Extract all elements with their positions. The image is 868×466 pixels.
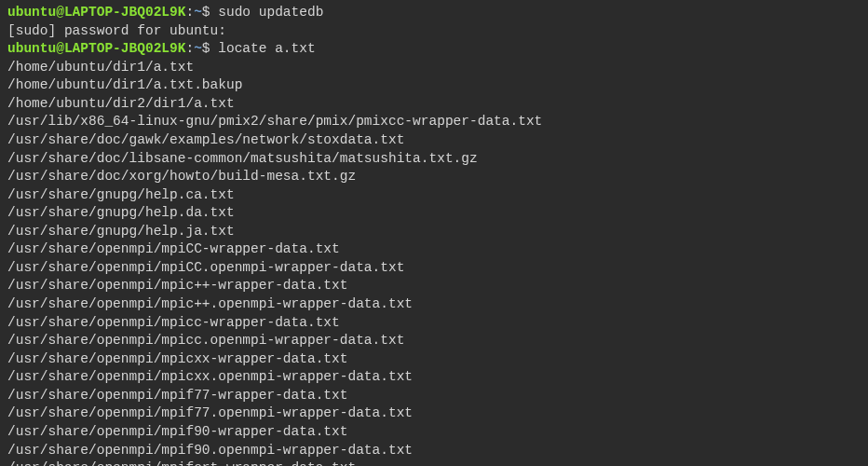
output-text: /usr/share/openmpi/mpif77-wrapper-data.t… — [7, 388, 347, 403]
terminal-line: /usr/share/gnupg/help.da.txt — [7, 204, 861, 223]
output-text: /home/ubuntu/dir2/dir1/a.txt — [7, 96, 235, 111]
terminal-line: /usr/share/openmpi/mpiCC-wrapper-data.tx… — [7, 240, 861, 259]
output-text: /usr/share/openmpi/mpicc-wrapper-data.tx… — [7, 315, 340, 330]
terminal-line: [sudo] password for ubuntu: — [7, 22, 861, 41]
terminal-line: /usr/share/openmpi/mpif90.openmpi-wrappe… — [7, 442, 861, 460]
prompt-path: ~ — [194, 5, 202, 20]
output-text: /usr/share/openmpi/mpiCC-wrapper-data.tx… — [7, 241, 340, 256]
terminal-line: /usr/share/openmpi/mpiCC.openmpi-wrapper… — [7, 259, 861, 278]
prompt-colon: : — [185, 5, 194, 20]
output-text: /usr/share/gnupg/help.da.txt — [7, 205, 235, 220]
terminal-output[interactable]: ubuntu@LAPTOP-JBQ02L9K:~$ sudo updatedb[… — [7, 4, 861, 466]
output-text: /usr/share/openmpi/mpicc.openmpi-wrapper… — [7, 333, 404, 348]
terminal-line: /usr/share/openmpi/mpic++-wrapper-data.t… — [7, 277, 861, 295]
prompt-symbol: $ — [202, 5, 218, 20]
terminal-line: /home/ubuntu/dir2/dir1/a.txt — [7, 95, 861, 114]
terminal-line: /usr/lib/x86_64-linux-gnu/pmix2/share/pm… — [7, 113, 861, 131]
terminal-line: /usr/share/openmpi/mpif77.openmpi-wrappe… — [7, 404, 861, 423]
output-text: /usr/share/gnupg/help.ca.txt — [7, 187, 235, 202]
output-text: /home/ubuntu/dir1/a.txt — [7, 60, 194, 75]
command-text: sudo updatedb — [218, 5, 323, 20]
output-text: /usr/share/openmpi/mpicxx.openmpi-wrappe… — [7, 369, 413, 384]
output-text: /usr/share/openmpi/mpif90.openmpi-wrappe… — [7, 443, 413, 458]
terminal-line: /usr/share/doc/xorg/howto/build-mesa.txt… — [7, 168, 861, 186]
terminal-line: /usr/share/openmpi/mpicxx.openmpi-wrappe… — [7, 368, 861, 387]
output-text: /home/ubuntu/dir1/a.txt.bakup — [7, 77, 242, 92]
prompt-path: ~ — [194, 41, 202, 56]
output-text: [sudo] password for ubuntu: — [7, 23, 226, 38]
terminal-line: ubuntu@LAPTOP-JBQ02L9K:~$ locate a.txt — [7, 40, 861, 59]
output-text: /usr/share/openmpi/mpif77.openmpi-wrappe… — [7, 405, 413, 420]
output-text: /usr/share/doc/libsane-common/matsushita… — [7, 151, 478, 166]
terminal-line: /home/ubuntu/dir1/a.txt.bakup — [7, 76, 861, 95]
prompt-colon: : — [185, 41, 194, 56]
output-text: /usr/share/openmpi/mpic++-wrapper-data.t… — [7, 278, 347, 293]
output-text: /usr/share/doc/gawk/examples/network/sto… — [7, 132, 404, 147]
terminal-line: /usr/share/openmpi/mpic++.openmpi-wrappe… — [7, 295, 861, 314]
terminal-line: ubuntu@LAPTOP-JBQ02L9K:~$ sudo updatedb — [7, 4, 861, 22]
prompt-symbol: $ — [202, 41, 218, 56]
terminal-line: /usr/share/doc/gawk/examples/network/sto… — [7, 131, 861, 150]
terminal-line: /usr/share/gnupg/help.ja.txt — [7, 223, 861, 241]
terminal-line: /home/ubuntu/dir1/a.txt — [7, 59, 861, 77]
output-text: /usr/share/openmpi/mpicxx-wrapper-data.t… — [7, 351, 347, 366]
terminal-line: /usr/share/doc/libsane-common/matsushita… — [7, 150, 861, 169]
output-text: /usr/share/openmpi/mpiCC.openmpi-wrapper… — [7, 260, 404, 275]
terminal-line: /usr/share/openmpi/mpif77-wrapper-data.t… — [7, 387, 861, 405]
output-text: /usr/lib/x86_64-linux-gnu/pmix2/share/pm… — [7, 114, 542, 129]
command-text: locate a.txt — [218, 41, 315, 56]
output-text: /usr/share/gnupg/help.ja.txt — [7, 224, 235, 239]
prompt-user-host: ubuntu@LAPTOP-JBQ02L9K — [7, 5, 185, 20]
output-text: /usr/share/doc/xorg/howto/build-mesa.txt… — [7, 169, 356, 184]
terminal-line: /usr/share/openmpi/mpicxx-wrapper-data.t… — [7, 350, 861, 369]
terminal-line: /usr/share/gnupg/help.ca.txt — [7, 186, 861, 205]
output-text: /usr/share/openmpi/mpifort-wrapper-data.… — [7, 460, 356, 466]
output-text: /usr/share/openmpi/mpif90-wrapper-data.t… — [7, 424, 347, 439]
terminal-line: /usr/share/openmpi/mpifort-wrapper-data.… — [7, 459, 861, 466]
output-text: /usr/share/openmpi/mpic++.openmpi-wrappe… — [7, 296, 413, 311]
terminal-line: /usr/share/openmpi/mpicc.openmpi-wrapper… — [7, 332, 861, 350]
terminal-line: /usr/share/openmpi/mpif90-wrapper-data.t… — [7, 423, 861, 442]
prompt-user-host: ubuntu@LAPTOP-JBQ02L9K — [7, 41, 185, 56]
terminal-line: /usr/share/openmpi/mpicc-wrapper-data.tx… — [7, 314, 861, 333]
